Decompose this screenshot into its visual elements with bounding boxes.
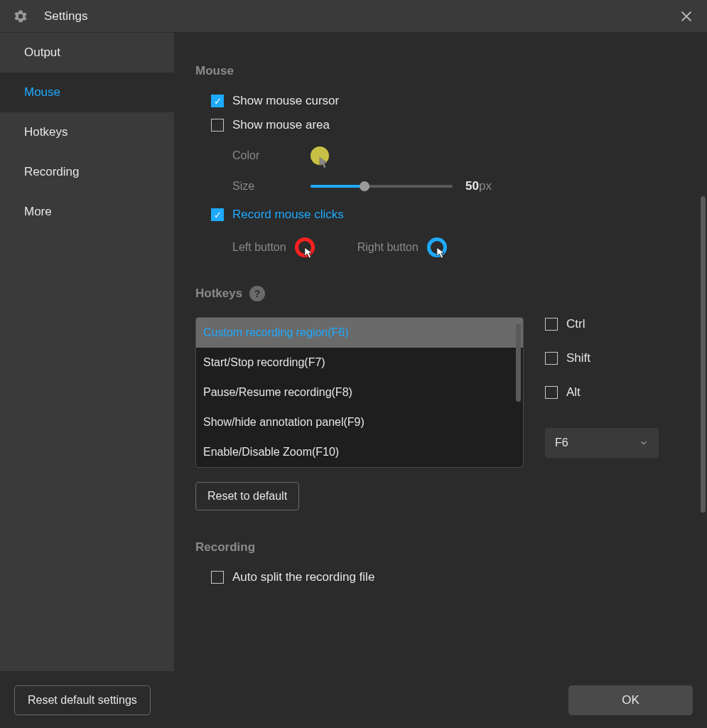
gear-icon xyxy=(13,9,28,24)
hotkey-list[interactable]: Custom recording region(F6) Start/Stop r… xyxy=(195,317,524,468)
close-icon[interactable] xyxy=(679,9,694,24)
reset-hotkeys-button[interactable]: Reset to default xyxy=(195,482,299,510)
sidebar-item-recording[interactable]: Recording xyxy=(0,152,174,192)
footer: Reset default settings OK xyxy=(0,671,707,728)
checkbox-ctrl[interactable] xyxy=(545,318,558,331)
hotkey-item[interactable]: Start/Stop recording(F7) xyxy=(196,348,523,378)
window-title: Settings xyxy=(44,9,87,23)
hotkey-item[interactable]: Custom recording region(F6) xyxy=(196,318,523,348)
section-title-recording: Recording xyxy=(195,540,691,555)
label-left-button: Left button xyxy=(232,241,286,254)
sidebar-item-more[interactable]: More xyxy=(0,192,174,232)
checkbox-auto-split[interactable] xyxy=(211,571,224,584)
cursor-icon xyxy=(319,156,329,169)
label-color: Color xyxy=(232,149,311,162)
hotkey-item[interactable]: Show/hide annotation panel(F9) xyxy=(196,407,523,437)
label-auto-split: Auto split the recording file xyxy=(232,570,374,584)
checkbox-alt[interactable] xyxy=(545,386,558,399)
right-button-color[interactable] xyxy=(427,237,447,257)
hotkey-item[interactable]: Pause/Resume recording(F8) xyxy=(196,378,523,407)
section-title-mouse: Mouse xyxy=(195,64,691,78)
content-panel: Mouse Show mouse cursor Show mouse area … xyxy=(174,33,707,671)
cursor-icon xyxy=(304,247,314,259)
reset-default-settings-button[interactable]: Reset default settings xyxy=(14,685,151,715)
color-swatch[interactable] xyxy=(311,146,329,165)
size-value: 50 xyxy=(465,179,479,193)
left-button-color[interactable] xyxy=(295,237,315,257)
size-slider-thumb[interactable] xyxy=(360,181,369,191)
label-alt: Alt xyxy=(566,385,581,400)
section-title-hotkeys: Hotkeys ? xyxy=(195,286,691,301)
cursor-icon xyxy=(436,247,446,259)
label-show-cursor: Show mouse cursor xyxy=(232,94,339,108)
hotkey-item[interactable]: Enable/Disable Zoom(F10) xyxy=(196,437,523,467)
checkbox-show-cursor[interactable] xyxy=(211,95,224,107)
checkbox-record-clicks[interactable] xyxy=(211,208,224,221)
key-select-value: F6 xyxy=(555,437,568,449)
checkbox-show-area[interactable] xyxy=(211,119,224,132)
label-size: Size xyxy=(232,180,311,193)
chevron-down-icon xyxy=(639,438,649,448)
label-ctrl: Ctrl xyxy=(566,317,585,331)
hotkey-list-scrollbar[interactable] xyxy=(516,323,521,402)
label-show-area: Show mouse area xyxy=(232,118,330,132)
checkbox-shift[interactable] xyxy=(545,352,558,365)
titlebar: Settings xyxy=(0,0,707,33)
sidebar: Output Mouse Hotkeys Recording More xyxy=(0,33,174,671)
label-shift: Shift xyxy=(566,351,590,365)
sidebar-item-output[interactable]: Output xyxy=(0,33,174,73)
sidebar-item-mouse[interactable]: Mouse xyxy=(0,73,174,112)
ok-button[interactable]: OK xyxy=(568,685,693,715)
help-icon[interactable]: ? xyxy=(249,286,265,301)
label-right-button: Right button xyxy=(357,241,419,254)
size-unit: px xyxy=(479,179,492,193)
sidebar-item-hotkeys[interactable]: Hotkeys xyxy=(0,112,174,152)
label-record-clicks: Record mouse clicks xyxy=(232,208,344,222)
size-slider[interactable] xyxy=(311,185,453,188)
section-title-hotkeys-text: Hotkeys xyxy=(195,287,242,301)
key-select[interactable]: F6 xyxy=(545,428,659,458)
